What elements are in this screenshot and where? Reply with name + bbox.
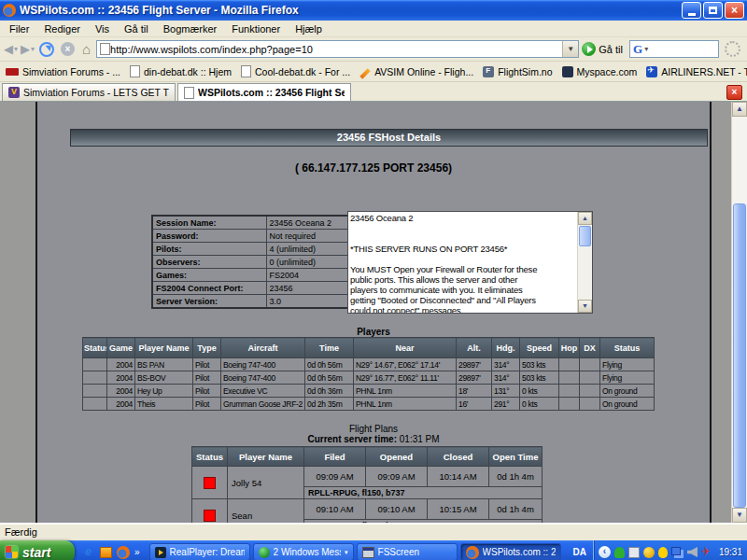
server-time-value: 01:31 PM [400,434,440,444]
flight-plans-title: Flight Plans [37,424,710,434]
msn-man-icon[interactable] [658,547,668,558]
players-cell: 16' [457,398,492,411]
menu-item[interactable]: Bogmærker [156,22,224,35]
bookmark-item[interactable]: AIRLINERS.NET - Th... [646,66,747,77]
reload-button[interactable] [39,42,54,57]
task-button-dropdown-icon[interactable]: ▾ [345,549,348,556]
players-cell: Boeing 747-400 [221,371,305,385]
players-header-cell: Aircraft [221,338,305,358]
scroll-up-icon[interactable]: ▲ [732,102,747,117]
menu-item[interactable]: Rediger [36,22,88,35]
network-icon[interactable] [671,547,681,555]
firefox-icon[interactable] [117,546,130,559]
go-icon[interactable] [582,42,596,56]
players-header-cell: Speed [520,338,559,358]
menu-item[interactable]: Gå til [117,22,156,35]
close-button[interactable]: × [725,2,744,19]
tab-bar: Simviation Forums - LETS GET THE HELL OU… [0,82,747,102]
players-header-cell: Game [107,338,135,358]
bookmark-item[interactable]: din-debat.dk :: Hjem [130,65,232,77]
status-bar: Færdig [0,523,747,540]
maximize-button[interactable] [703,2,723,19]
home-button[interactable]: ⌂ [82,42,91,56]
task-button[interactable]: FSScreen [357,543,458,560]
search-dropdown-icon[interactable]: ▾ [644,45,648,53]
bookmark-item[interactable]: FlightSim.no [483,66,552,77]
hide-icons-chevron[interactable]: ‹ [599,546,611,558]
scroll-down-icon[interactable]: ▼ [578,300,592,313]
forward-dropdown-icon[interactable]: ▾ [31,45,35,53]
stop-button[interactable]: × [61,42,75,56]
scroll-up-icon[interactable]: ▲ [578,212,592,225]
flight-plans-header-cell: Player Name [228,447,304,467]
task-button-label: WSPilots.com :: 23... [483,547,556,557]
bookmark-item[interactable]: Myspace.com [562,66,638,77]
page-scrollbar[interactable]: ▲ ▼ [731,102,747,523]
players-cell: Pilot [193,371,221,385]
flight-plans-header-cell: Status [192,447,228,467]
minimize-button[interactable] [682,2,701,19]
players-row: 2004BS-BOVPilotBoeing 747-4000d 0h 56mN2… [83,371,655,385]
flight-plans-header-cell: Open Time [489,447,543,467]
scroll-down-icon[interactable]: ▼ [732,508,747,523]
search-input[interactable]: G ▾ [629,40,719,58]
simviation-icon [8,87,20,98]
forward-button[interactable]: ▶ [21,43,30,55]
windows-flag-icon [6,546,18,558]
bookmark-item[interactable]: AVSIM Online - Fligh... [359,66,473,77]
server-message-box[interactable]: 23456 Oceana 2 *THIS SERVER RUNS ON PORT… [347,211,593,314]
device-icon[interactable] [628,547,640,558]
task-button[interactable]: WSPilots.com :: 23... [460,543,561,560]
flight-plan-row: Sean09:10 AM09:10 AM10:15 AM0d 1h 4m [192,499,543,520]
players-cell: Executive VC [221,385,305,398]
start-button[interactable]: start [0,540,75,560]
task-button[interactable]: 2 Windows Messe...▾ [253,543,354,560]
players-header-cell: Alt. [457,338,492,358]
back-button[interactable]: ◀ [4,43,13,55]
session-label: Observers: [152,256,266,269]
google-logo-icon: G [633,42,642,57]
url-dropdown-button[interactable]: ▼ [562,41,578,57]
messenger-person-icon[interactable] [614,547,625,558]
flight-plan-closed-cell: 10:15 AM [428,499,489,520]
scroll-thumb[interactable] [579,226,591,246]
players-cell: 29897' [457,358,492,371]
menu-item[interactable]: Vis [88,22,117,35]
flight-plan-opentime-cell: 0d 1h 4m [489,467,543,487]
players-header-cell: Hop [559,338,580,358]
go-button[interactable]: Gå til [599,44,623,55]
players-cell: Hey Up [135,385,193,398]
session-row: Pilots:4 (unlimited) [152,243,348,256]
session-value: 23456 Oceana 2 [266,216,348,230]
language-indicator[interactable]: DA [567,547,593,557]
bookmark-item[interactable]: Simviation Forums - ... [6,66,120,77]
tab-inactive[interactable]: Simviation Forums - LETS GET THE HELL OU… [2,83,176,101]
players-cell: 0d 0h 56m [305,358,354,371]
airplane-icon[interactable] [701,547,712,558]
menu-item[interactable]: Filer [2,22,36,35]
session-label: Games: [152,269,266,282]
bookmark-item[interactable]: Cool-debat.dk - For ... [241,65,350,77]
tab-active[interactable]: WSPilots.com :: 23456 Flight Server [177,83,351,101]
message-scrollbar[interactable]: ▲ ▼ [577,212,592,313]
players-row: 2004TheisPilotGrumman Goose JRF-20d 2h 3… [83,398,655,411]
volume-icon[interactable] [687,547,698,557]
menu-item[interactable]: Funktioner [224,22,288,35]
url-text[interactable]: http://www.wspilots.com/index.php?page=1… [110,44,562,55]
scroll-thumb[interactable] [733,203,746,508]
flight-plan-player-cell: Sean [228,499,304,524]
task-button[interactable]: RealPlayer: Dreami... [149,543,250,560]
page-title: 23456 FSHost Details [70,129,708,147]
flight-plan-opened-cell: 09:10 AM [366,499,428,520]
session-label: Pilots: [152,243,266,256]
tab-close-button[interactable]: × [726,85,742,100]
back-dropdown-icon[interactable]: ▾ [14,45,18,53]
mail-icon[interactable] [100,547,112,558]
players-cell [83,358,107,371]
url-bar[interactable]: http://www.wspilots.com/index.php?page=1… [96,40,579,58]
menu-item[interactable]: Hjælp [288,22,330,35]
ie-icon[interactable] [84,547,95,558]
globe-icon[interactable] [643,547,655,558]
flight-plan-status-cell [192,499,228,524]
quick-launch-overflow-chevron[interactable]: » [134,547,140,557]
